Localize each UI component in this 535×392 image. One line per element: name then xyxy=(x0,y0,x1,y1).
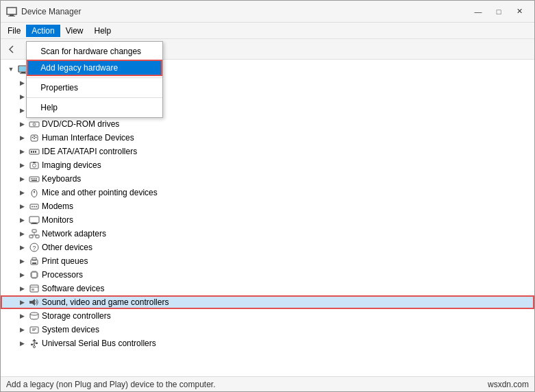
menu-file[interactable]: File xyxy=(2,23,26,38)
svg-rect-83 xyxy=(29,301,32,304)
expand-button-softwaredevices[interactable]: ▶ xyxy=(17,284,27,293)
menu-bar: File Action Scan for hardware changes Ad… xyxy=(1,23,534,39)
title-left: Device Manager xyxy=(6,6,81,17)
hid-icon xyxy=(29,132,40,143)
tree-item-networkadapters[interactable]: ▶Network adapters xyxy=(1,227,534,241)
expand-button-computer[interactable]: ▶ xyxy=(17,78,27,88)
svg-rect-82 xyxy=(32,289,34,291)
expand-button-usb[interactable]: ▶ xyxy=(17,339,27,348)
tree-item-softwaredevices[interactable]: ▶Software devices xyxy=(1,282,534,295)
menu-action[interactable]: Action xyxy=(26,25,60,37)
maximize-button[interactable]: □ xyxy=(489,4,508,19)
title-bar: Device Manager — □ ✕ xyxy=(1,1,534,23)
menu-help[interactable]: Help xyxy=(89,23,117,38)
item-label-soundvideo: Sound, video and game controllers xyxy=(42,297,169,307)
expand-button-soundvideo[interactable]: ▶ xyxy=(17,297,27,307)
svg-point-30 xyxy=(34,136,35,137)
tree-item-soundvideo[interactable]: ▶Sound, video and game controllers xyxy=(1,295,534,309)
dropdown-help[interactable]: Help xyxy=(27,99,162,116)
svg-rect-2 xyxy=(8,16,15,16)
imaging-icon xyxy=(29,160,40,171)
tree-item-modems[interactable]: ▶Modems xyxy=(1,199,534,213)
expand-button-dvdcdrom[interactable]: ▶ xyxy=(17,119,27,129)
wsxdn-label: wsxdn.com xyxy=(488,380,529,389)
expand-button-printqueues[interactable]: ▶ xyxy=(17,256,27,266)
tree-item-dvdcdrom[interactable]: ▶DVD/CD-ROM drives xyxy=(1,117,534,131)
item-label-imaging: Imaging devices xyxy=(42,160,101,170)
expand-button-keyboards[interactable]: ▶ xyxy=(17,174,27,184)
expand-button-displayadapters[interactable]: ▶ xyxy=(17,106,27,115)
dropdown-add-legacy[interactable]: Add legacy hardware xyxy=(27,60,162,76)
expand-button-processors[interactable]: ▶ xyxy=(17,270,27,280)
root-expand[interactable]: ▼ xyxy=(6,64,16,74)
tree-item-usb[interactable]: ▶Universal Serial Bus controllers xyxy=(1,336,534,350)
svg-point-38 xyxy=(33,164,36,167)
tree-item-keyboards[interactable]: ▶Keyboards xyxy=(1,172,534,186)
expand-button-ide[interactable]: ▶ xyxy=(17,147,27,156)
svg-rect-39 xyxy=(33,162,36,163)
tree-item-mice[interactable]: ▶Mice and other pointing devices xyxy=(1,186,534,199)
window-title: Device Manager xyxy=(21,7,81,16)
item-label-monitors: Monitors xyxy=(42,215,73,225)
dropdown-properties[interactable]: Properties xyxy=(27,79,162,96)
processor-icon xyxy=(29,269,40,280)
svg-point-50 xyxy=(32,206,33,208)
svg-point-51 xyxy=(34,206,35,208)
svg-marker-90 xyxy=(32,339,36,341)
other-icon: ? xyxy=(29,242,40,253)
tree-item-ide[interactable]: ▶IDE ATA/ATAPI controllers xyxy=(1,145,534,158)
dvd-icon xyxy=(29,119,40,130)
status-bar: Add a legacy (non Plug and Play) device … xyxy=(1,376,534,391)
title-controls: — □ ✕ xyxy=(469,4,529,19)
svg-text:?: ? xyxy=(32,245,36,252)
item-label-usb: Universal Serial Bus controllers xyxy=(42,339,156,348)
tree-item-systemdevices[interactable]: ▶System devices xyxy=(1,323,534,336)
svg-rect-57 xyxy=(29,235,33,238)
tree-item-printqueues[interactable]: ▶Print queues xyxy=(1,254,534,268)
system-icon xyxy=(29,324,40,335)
expand-button-imaging[interactable]: ▶ xyxy=(17,160,27,170)
svg-rect-67 xyxy=(32,272,37,278)
action-menu-wrap: Action Scan for hardware changes Add leg… xyxy=(26,25,60,37)
item-label-storagecontrollers: Storage controllers xyxy=(42,311,111,321)
item-label-modems: Modems xyxy=(42,201,73,211)
expand-button-hid[interactable]: ▶ xyxy=(17,133,27,143)
tree-item-processors[interactable]: ▶Processors xyxy=(1,268,534,282)
toolbar-back-button[interactable] xyxy=(3,41,21,58)
dropdown-sep-2 xyxy=(27,97,162,98)
svg-point-95 xyxy=(34,346,36,348)
usb-icon xyxy=(29,338,40,349)
expand-button-monitors[interactable]: ▶ xyxy=(17,215,27,225)
svg-rect-66 xyxy=(32,262,36,264)
expand-button-mice[interactable]: ▶ xyxy=(17,188,27,197)
item-label-ide: IDE ATA/ATAPI controllers xyxy=(42,147,137,156)
svg-rect-36 xyxy=(35,151,36,153)
tree-item-hid[interactable]: ▶Human Interface Devices xyxy=(1,131,534,145)
tree-item-otherdevices[interactable]: ▶?Other devices xyxy=(1,241,534,254)
expand-button-networkadapters[interactable]: ▶ xyxy=(17,229,27,238)
tree-item-storagecontrollers[interactable]: ▶Storage controllers xyxy=(1,309,534,323)
tree-item-monitors[interactable]: ▶Monitors xyxy=(1,213,534,227)
expand-button-otherdevices[interactable]: ▶ xyxy=(17,243,27,252)
expand-button-modems[interactable]: ▶ xyxy=(17,201,27,211)
svg-rect-58 xyxy=(36,235,39,238)
expand-button-diskdrives[interactable]: ▶ xyxy=(17,92,27,101)
tree-item-imaging[interactable]: ▶Imaging devices xyxy=(1,158,534,172)
svg-rect-54 xyxy=(32,223,36,223)
svg-point-32 xyxy=(34,138,35,139)
device-manager-window: Device Manager — □ ✕ File Action Scan fo… xyxy=(0,0,535,392)
item-label-softwaredevices: Software devices xyxy=(42,284,104,293)
svg-rect-35 xyxy=(33,151,34,153)
modem-icon xyxy=(29,201,40,212)
expand-button-systemdevices[interactable]: ▶ xyxy=(17,325,27,334)
close-button[interactable]: ✕ xyxy=(510,4,529,19)
dropdown-scan[interactable]: Scan for hardware changes xyxy=(27,43,162,60)
item-label-networkadapters: Network adapters xyxy=(42,229,106,238)
svg-point-31 xyxy=(36,137,37,138)
item-label-printqueues: Print queues xyxy=(42,256,88,266)
expand-button-storagecontrollers[interactable]: ▶ xyxy=(17,311,27,321)
print-icon xyxy=(29,256,40,267)
storage-icon xyxy=(29,310,40,321)
minimize-button[interactable]: — xyxy=(469,4,488,19)
menu-view[interactable]: View xyxy=(60,23,89,38)
